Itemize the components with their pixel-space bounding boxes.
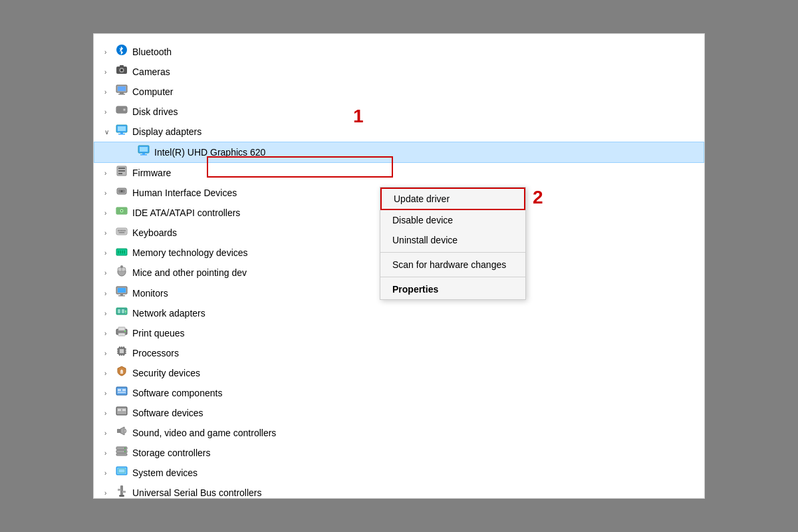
svg-point-3 — [120, 69, 123, 72]
svg-rect-15 — [118, 134, 125, 135]
icon-firmware — [115, 165, 128, 181]
menu-divider-divider — [380, 252, 525, 253]
device-manager-window: ›Bluetooth›Cameras›Computer›Disk drives∨… — [93, 33, 705, 499]
label-monitors: Monitors — [132, 287, 168, 301]
arrow-print-queues: › — [104, 329, 112, 338]
label-security-devices: Security devices — [132, 366, 200, 380]
svg-rect-41 — [118, 251, 119, 254]
tree-item-computer[interactable]: ›Computer — [94, 82, 704, 102]
icon-print-queues — [115, 325, 128, 341]
label-display-adapters: Display adapters — [132, 125, 201, 139]
arrow-bluetooth: › — [104, 47, 112, 57]
svg-rect-52 — [118, 295, 125, 297]
svg-rect-86 — [118, 409, 121, 411]
tree-item-storage-controllers[interactable]: ›Storage controllers — [94, 443, 704, 463]
tree-item-print-queues[interactable]: ›Print queues — [94, 323, 704, 343]
icon-computer — [115, 84, 128, 100]
svg-rect-100 — [119, 495, 124, 497]
svg-rect-48 — [120, 265, 123, 268]
arrow-keyboards: › — [104, 228, 112, 238]
label-bluetooth: Bluetooth — [132, 45, 172, 59]
svg-point-30 — [121, 210, 122, 211]
svg-rect-83 — [118, 392, 126, 393]
arrow-firmware: › — [104, 168, 112, 178]
label-software-components: Software components — [132, 386, 222, 400]
label-network-adapters: Network adapters — [132, 307, 205, 321]
icon-software-devices — [115, 405, 128, 421]
arrow-security-devices: › — [104, 368, 112, 378]
tree-item-usb-controllers[interactable]: ›Universal Serial Bus controllers — [94, 483, 704, 499]
tree-item-display-adapters[interactable]: ∨Display adapters — [94, 122, 704, 142]
tree-item-system-devices[interactable]: ›System devices — [94, 463, 704, 483]
menu-item-disable-device[interactable]: Disable device — [380, 210, 525, 230]
label-memory-tech: Memory technology devices — [132, 246, 248, 260]
tree-item-software-devices[interactable]: ›Software devices — [94, 403, 704, 423]
label-ide-controllers: IDE ATA/ATAPI controllers — [132, 206, 240, 220]
tree-item-firmware[interactable]: ›Firmware — [94, 163, 704, 183]
label-mice: Mice and other pointing dev — [132, 266, 247, 280]
tree-item-sound-video[interactable]: ›Sound, video and game controllers — [94, 423, 704, 443]
arrow-monitors: › — [104, 289, 112, 299]
icon-bluetooth — [115, 44, 128, 60]
arrow-usb-controllers: › — [104, 488, 112, 498]
svg-rect-50 — [118, 288, 126, 293]
icon-ide-controllers — [115, 205, 128, 221]
svg-rect-42 — [120, 251, 121, 254]
icon-usb-controllers — [115, 485, 128, 499]
tree-item-software-components[interactable]: ›Software components — [94, 383, 704, 403]
svg-point-62 — [124, 331, 126, 332]
svg-rect-98 — [118, 489, 121, 491]
label-intel-uhd: Intel(R) UHD Graphics 620 — [154, 146, 265, 160]
menu-item-scan-hardware[interactable]: Scan for hardware changes — [380, 255, 525, 275]
arrow-ide-controllers: › — [104, 208, 112, 218]
svg-rect-34 — [120, 230, 121, 231]
svg-point-78 — [121, 370, 123, 372]
context-menu: Update driverDisable deviceUninstall dev… — [380, 187, 526, 300]
svg-rect-8 — [118, 94, 125, 95]
tree-item-intel-uhd[interactable]: Intel(R) UHD Graphics 620 — [94, 142, 704, 163]
tree-item-network-adapters[interactable]: ›Network adapters — [94, 303, 704, 323]
svg-rect-22 — [118, 170, 125, 172]
icon-intel-uhd — [137, 144, 150, 160]
svg-rect-6 — [118, 86, 126, 91]
svg-rect-7 — [120, 92, 124, 94]
tree-item-bluetooth[interactable]: ›Bluetooth — [94, 42, 704, 62]
arrow-disk-drives: › — [104, 107, 112, 117]
arrow-system-devices: › — [104, 468, 112, 478]
tree-item-processors[interactable]: ›Processors — [94, 343, 704, 363]
arrow-software-components: › — [104, 388, 112, 398]
arrow-network-adapters: › — [104, 309, 112, 319]
label-software-devices: Software devices — [132, 406, 203, 420]
icon-keyboards — [115, 225, 128, 241]
icon-software-components — [115, 385, 128, 401]
svg-rect-82 — [122, 389, 126, 391]
menu-item-uninstall-device[interactable]: Uninstall device — [380, 230, 525, 250]
label-processors: Processors — [132, 346, 179, 360]
icon-sound-video — [115, 425, 128, 441]
svg-rect-17 — [140, 147, 148, 152]
svg-rect-23 — [118, 173, 122, 174]
svg-point-93 — [124, 451, 126, 452]
svg-point-92 — [124, 448, 126, 449]
svg-rect-54 — [118, 309, 120, 313]
svg-rect-64 — [120, 349, 124, 353]
svg-rect-14 — [120, 132, 123, 134]
arrow-mice: › — [104, 268, 112, 278]
icon-processors — [115, 345, 128, 361]
tree-item-security-devices[interactable]: ›Security devices — [94, 363, 704, 383]
icon-disk-drives — [115, 104, 128, 120]
menu-divider-divider2 — [380, 277, 525, 277]
svg-rect-99 — [122, 491, 126, 493]
label-print-queues: Print queues — [132, 327, 185, 340]
icon-system-devices — [115, 465, 128, 481]
icon-monitors — [115, 285, 128, 301]
tree-item-disk-drives[interactable]: ›Disk drives — [94, 102, 704, 122]
svg-rect-91 — [116, 454, 127, 456]
label-system-devices: System devices — [132, 466, 198, 480]
menu-item-properties[interactable]: Properties — [380, 279, 525, 299]
arrow-memory-tech: › — [104, 248, 112, 258]
menu-item-update-driver[interactable]: Update driver — [380, 188, 525, 210]
icon-mice — [115, 265, 128, 281]
tree-item-cameras[interactable]: ›Cameras — [94, 62, 704, 82]
svg-rect-61 — [120, 334, 124, 335]
